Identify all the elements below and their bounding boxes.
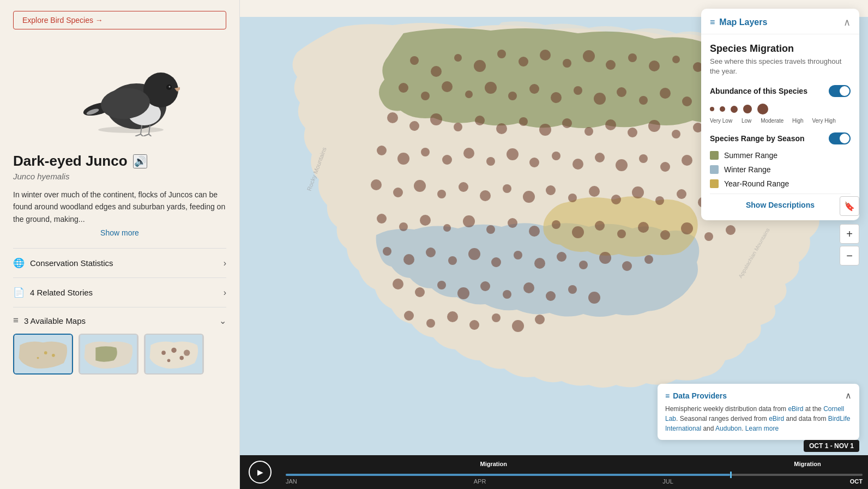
svg-point-38 bbox=[649, 61, 660, 71]
timeline-progress bbox=[286, 474, 730, 476]
map-layers-body: Species Migration See where this species… bbox=[701, 34, 859, 220]
conservation-label: Conservation Statistics bbox=[30, 258, 113, 268]
zoom-out-button[interactable]: − bbox=[840, 246, 859, 265]
timeline-track[interactable]: Migration Migration JAN APR JUL OCT bbox=[280, 455, 868, 489]
svg-point-72 bbox=[562, 118, 572, 128]
svg-point-141 bbox=[468, 248, 480, 260]
abundance-toggle-row: Abundance of this Species bbox=[710, 85, 851, 97]
map-thumb-3[interactable] bbox=[144, 334, 204, 375]
svg-point-148 bbox=[622, 261, 632, 271]
svg-point-58 bbox=[682, 96, 692, 106]
svg-point-147 bbox=[599, 252, 611, 264]
data-providers-header: ≡ Data Providers ∧ bbox=[665, 390, 852, 401]
timeline-line[interactable] bbox=[286, 474, 863, 476]
play-button[interactable]: ▶ bbox=[249, 461, 272, 484]
zoom-in-button[interactable]: + bbox=[840, 224, 859, 244]
svg-point-34 bbox=[563, 59, 571, 68]
svg-point-123 bbox=[443, 224, 451, 232]
cornell-lab-link[interactable]: Cornell Lab bbox=[665, 405, 844, 422]
svg-point-142 bbox=[491, 257, 501, 267]
svg-point-92 bbox=[572, 159, 583, 170]
dot-low bbox=[720, 106, 725, 112]
ebird-link-1[interactable]: eBird bbox=[788, 405, 803, 413]
svg-point-86 bbox=[442, 155, 452, 165]
data-providers-text: Hemispheric weekly distribution data fro… bbox=[665, 404, 852, 433]
dot-very-low bbox=[710, 107, 714, 111]
svg-point-156 bbox=[523, 282, 534, 293]
svg-point-64 bbox=[387, 112, 398, 123]
svg-point-120 bbox=[377, 214, 387, 224]
svg-point-139 bbox=[426, 247, 436, 257]
map-layers-title: ≡ Map Layers bbox=[710, 17, 767, 27]
chevron-down-icon: ⌄ bbox=[219, 316, 226, 326]
svg-point-29 bbox=[454, 54, 462, 62]
abundance-label: Abundance of this Species bbox=[710, 87, 807, 95]
abundance-toggle[interactable] bbox=[829, 85, 851, 97]
migration-label-1: Migration bbox=[480, 461, 508, 467]
timeline-cursor bbox=[730, 472, 732, 478]
svg-point-104 bbox=[414, 180, 426, 192]
sound-button[interactable]: 🔊 bbox=[133, 154, 147, 168]
svg-point-57 bbox=[660, 88, 671, 99]
svg-point-164 bbox=[492, 313, 501, 322]
svg-point-65 bbox=[409, 121, 419, 131]
explore-bird-species-button[interactable]: Explore Bird Species → bbox=[13, 11, 226, 29]
svg-point-30 bbox=[474, 60, 486, 72]
map-thumb-1[interactable] bbox=[13, 334, 73, 375]
data-providers-collapse-button[interactable]: ∧ bbox=[845, 390, 852, 401]
svg-point-105 bbox=[437, 190, 446, 198]
svg-point-138 bbox=[403, 254, 414, 265]
svg-point-150 bbox=[393, 279, 403, 289]
ebird-link-2[interactable]: eBird bbox=[769, 415, 784, 422]
svg-point-162 bbox=[447, 311, 458, 322]
date-badge: OCT 1 - NOV 1 bbox=[804, 440, 859, 452]
bookmark-button[interactable]: 🔖 bbox=[840, 196, 859, 216]
svg-point-89 bbox=[507, 148, 519, 160]
svg-point-137 bbox=[383, 247, 391, 256]
chevron-right-icon-2: › bbox=[224, 288, 226, 298]
range-toggle[interactable] bbox=[829, 132, 851, 144]
timeline-months: JAN APR JUL OCT bbox=[280, 476, 868, 485]
svg-point-37 bbox=[628, 53, 637, 62]
map-area[interactable]: Rocky Mountains Appalachian Mountains ≡ … bbox=[240, 0, 868, 489]
available-maps-header[interactable]: ≡ 3 Available Maps ⌄ bbox=[13, 315, 226, 326]
document-icon: 📄 bbox=[13, 287, 25, 298]
svg-point-16 bbox=[44, 351, 47, 354]
bird-common-name: Dark-eyed Junco bbox=[13, 153, 128, 170]
data-providers-icon: ≡ bbox=[665, 391, 670, 400]
svg-point-107 bbox=[480, 190, 491, 201]
svg-point-76 bbox=[648, 120, 660, 132]
learn-more-link[interactable]: Learn more bbox=[745, 425, 779, 432]
svg-point-110 bbox=[546, 185, 556, 195]
layer-section-desc: See where this species travels throughou… bbox=[710, 57, 851, 76]
map-thumb-2[interactable] bbox=[79, 334, 138, 375]
svg-point-54 bbox=[594, 93, 606, 105]
svg-point-91 bbox=[552, 152, 560, 160]
svg-point-163 bbox=[469, 320, 479, 330]
svg-point-157 bbox=[546, 291, 556, 301]
related-stories-label: 4 Related Stories bbox=[30, 288, 93, 297]
map-layers-close-button[interactable]: ∧ bbox=[843, 16, 851, 28]
svg-point-67 bbox=[454, 123, 462, 131]
svg-point-90 bbox=[529, 158, 539, 167]
show-more-button[interactable]: Show more bbox=[13, 228, 226, 237]
svg-point-25 bbox=[184, 350, 190, 356]
audubon-link[interactable]: Audubon bbox=[715, 425, 742, 432]
svg-point-45 bbox=[399, 83, 408, 93]
svg-point-145 bbox=[557, 252, 566, 262]
related-stories-row[interactable]: 📄 4 Related Stories › bbox=[13, 277, 226, 307]
svg-point-23 bbox=[179, 356, 184, 360]
svg-point-88 bbox=[486, 157, 495, 166]
svg-point-125 bbox=[486, 225, 495, 234]
summer-range-label: Summer Range bbox=[724, 151, 777, 160]
bird-description: In winter over much of the continent, fl… bbox=[13, 189, 226, 225]
svg-point-94 bbox=[616, 159, 628, 171]
svg-point-149 bbox=[644, 255, 653, 264]
svg-point-70 bbox=[519, 117, 528, 126]
migration-label-2: Migration bbox=[794, 461, 821, 467]
conservation-statistics-row[interactable]: 🌐 Conservation Statistics › bbox=[13, 248, 226, 277]
map-layers-panel: ≡ Map Layers ∧ Species Migration See whe… bbox=[701, 9, 859, 220]
month-apr: APR bbox=[474, 478, 486, 485]
available-maps-section: ≡ 3 Available Maps ⌄ bbox=[13, 307, 226, 375]
show-descriptions-button[interactable]: Show Descriptions bbox=[710, 194, 851, 212]
